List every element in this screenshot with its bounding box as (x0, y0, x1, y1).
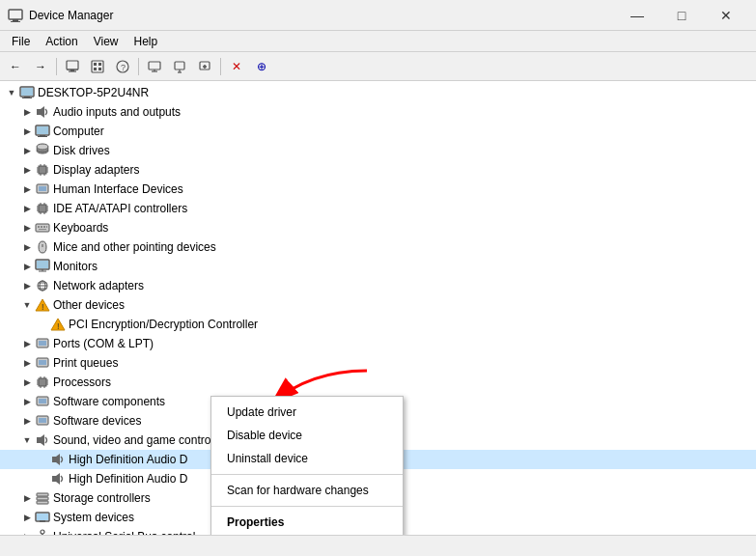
minimize-button[interactable]: — (615, 0, 659, 31)
back-button[interactable]: ← (4, 56, 27, 77)
svg-rect-96 (39, 399, 46, 403)
tree-arrow-print (19, 355, 35, 371)
tree-item-audio[interactable]: Audio inputs and outputs (0, 102, 756, 122)
svg-rect-3 (67, 61, 78, 70)
svg-text:!: ! (57, 321, 60, 331)
svg-rect-26 (21, 88, 33, 96)
tree-item-network[interactable]: Network adapters (0, 276, 756, 295)
tree-icon-hda2 (50, 471, 66, 486)
menu-view[interactable]: View (86, 33, 126, 50)
tree-icon-processors (35, 375, 50, 390)
ctx-menu-disable[interactable]: Disable device (211, 424, 403, 447)
tree-arrow-network (19, 278, 35, 293)
window-controls: — □ ✕ (615, 0, 748, 31)
svg-rect-31 (40, 135, 45, 136)
svg-marker-100 (41, 434, 44, 446)
svg-rect-107 (37, 501, 48, 504)
forward-button[interactable]: → (29, 56, 52, 77)
tree-item-pci[interactable]: !PCI Encryption/Decryption Controller (0, 315, 756, 334)
tree-icon-other: ! (35, 297, 50, 313)
tree-label-network: Network adapters (53, 279, 144, 292)
tree-icon-mice (35, 239, 50, 255)
tree-arrow-audio (19, 104, 35, 120)
svg-rect-36 (39, 166, 46, 174)
refresh-button[interactable] (86, 56, 109, 77)
tree-icon-network (35, 278, 50, 293)
menu-help[interactable]: Help (126, 33, 166, 50)
main-content: DESKTOP-5P2U4NR Audio inputs and outputs… (0, 81, 756, 535)
tree-arrow-softcomp (19, 394, 35, 409)
ctx-menu-scan[interactable]: Scan for hardware changes (211, 479, 403, 502)
svg-rect-11 (98, 68, 101, 70)
tree-icon-softcomp (35, 394, 50, 409)
tree-item-disk[interactable]: Disk drives (0, 141, 756, 160)
svg-rect-101 (52, 457, 56, 462)
tree-item-processors[interactable]: Processors (0, 373, 756, 392)
display-button[interactable] (143, 56, 166, 77)
ctx-menu-uninstall[interactable]: Uninstall device (211, 447, 403, 470)
maximize-button[interactable]: □ (659, 0, 704, 31)
tree-arrow-processors (19, 375, 35, 390)
tree-label-softdev: Software devices (53, 414, 141, 428)
update-button[interactable]: ⊕ (250, 56, 273, 77)
svg-marker-28 (41, 106, 44, 118)
tree-icon-softdev (35, 413, 50, 429)
tree-icon-computer (35, 124, 50, 139)
svg-rect-84 (39, 378, 46, 386)
tree-label-computer: Computer (53, 125, 104, 138)
tree-label-keyboards: Keyboards (53, 221, 108, 235)
tree-arrow-softdev (19, 413, 35, 429)
tree-label-ports: Ports (COM & LPT) (53, 337, 154, 350)
svg-rect-14 (149, 62, 160, 70)
add-button[interactable] (193, 56, 216, 77)
context-menu: Update driverDisable deviceUninstall dev… (210, 396, 404, 535)
tree-item-other[interactable]: !Other devices (0, 295, 756, 315)
tree-arrow-ide (19, 201, 35, 216)
tree-root[interactable]: DESKTOP-5P2U4NR (0, 83, 756, 102)
tree-label-softcomp: Software components (53, 395, 165, 408)
svg-rect-1 (13, 19, 18, 21)
ctx-menu-update[interactable]: Update driver (211, 401, 403, 424)
tree-item-display[interactable]: Display adapters (0, 160, 756, 180)
ctx-menu-properties[interactable]: Properties (211, 511, 403, 534)
svg-rect-8 (94, 63, 97, 66)
tree-item-ide[interactable]: IDE ATA/ATAPI controllers (0, 199, 756, 218)
svg-rect-10 (98, 63, 101, 66)
tree-item-computer[interactable]: Computer (0, 122, 756, 141)
menu-action[interactable]: Action (38, 33, 85, 50)
svg-text:?: ? (121, 63, 126, 72)
tree-icon-audio (35, 104, 50, 120)
properties-button[interactable] (61, 56, 84, 77)
svg-rect-98 (39, 418, 46, 423)
tree-icon-usb (35, 529, 50, 535)
tree-item-print[interactable]: Print queues (0, 353, 756, 373)
close-button[interactable]: ✕ (704, 0, 748, 31)
tree-root-arrow (4, 85, 19, 100)
tree-arrow-storage (19, 490, 35, 506)
tree-item-keyboards[interactable]: Keyboards (0, 218, 756, 237)
menu-file[interactable]: File (4, 33, 38, 50)
help-button[interactable]: ? (111, 56, 134, 77)
tree-item-mice[interactable]: Mice and other pointing devices (0, 237, 756, 257)
remove-button[interactable]: ✕ (225, 56, 248, 77)
toolbar-sep-1 (56, 58, 57, 75)
tree-label-mice: Mice and other pointing devices (53, 240, 216, 254)
svg-point-111 (41, 530, 44, 534)
svg-rect-2 (11, 21, 20, 22)
svg-rect-62 (41, 226, 42, 228)
tree-arrow-display (19, 162, 35, 178)
scan-button[interactable] (168, 56, 191, 77)
tree-item-monitors[interactable]: Monitors (0, 257, 756, 276)
tree-item-ports[interactable]: Ports (COM & LPT) (0, 334, 756, 353)
tree-arrow-sysdev (19, 510, 35, 525)
tree-icon-hid (35, 181, 50, 197)
tree-label-sysdev: System devices (53, 511, 134, 524)
tree-item-hid[interactable]: Human Interface Devices (0, 180, 756, 199)
tree-arrow-ports (19, 336, 35, 351)
tree-label-pci: PCI Encryption/Decryption Controller (69, 318, 258, 331)
tree-icon-ide (35, 201, 50, 216)
tree-label-display: Display adapters (53, 163, 139, 177)
tree-root-label: DESKTOP-5P2U4NR (38, 86, 149, 99)
svg-rect-65 (39, 229, 46, 230)
ctx-sep-after-uninstall (211, 474, 403, 475)
